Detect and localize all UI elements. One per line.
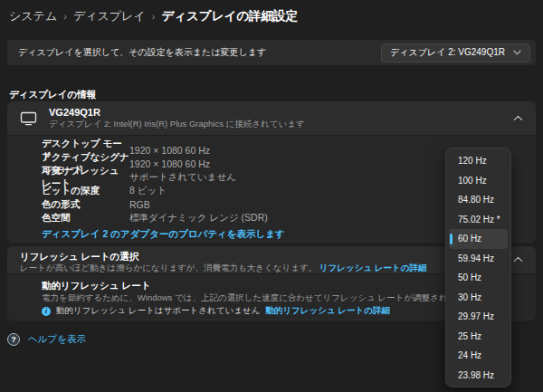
monitor-connection-info: ディスプレイ 2: Intel(R) Iris(R) Plus Graphics… [49, 119, 305, 129]
display-selector-dropdown[interactable]: ディスプレイ 2: VG249Q1R [381, 43, 530, 62]
breadcrumb-item-system[interactable]: システム [9, 8, 57, 24]
rate-option-selected[interactable]: 60 Hz [449, 229, 508, 249]
help-row: ? ヘルプを表示 [7, 333, 86, 346]
rate-option[interactable]: 100 Hz [449, 171, 508, 191]
rate-option[interactable]: 50 Hz [449, 268, 508, 288]
info-icon: i [42, 307, 51, 316]
breadcrumb-item-display[interactable]: ディスプレイ [73, 8, 146, 24]
advanced-display-settings-page: システム › ディスプレイ › ディスプレイの詳細設定 ディスプレイを選択して、… [0, 0, 543, 392]
section-title-display-info: ディスプレイの情報 [9, 89, 96, 101]
property-value: 8 ビット [129, 185, 167, 197]
rate-option[interactable]: 25 Hz [449, 327, 508, 347]
breadcrumb-separator: › [152, 11, 156, 22]
property-value: 標準ダイナミック レンジ (SDR) [129, 212, 268, 225]
rate-option[interactable]: 120 Hz [449, 151, 508, 171]
rate-option-label: 60 Hz [458, 234, 481, 244]
page-title: ディスプレイの詳細設定 [161, 8, 298, 24]
rate-option[interactable]: 24 Hz [449, 346, 508, 366]
refresh-rate-flyout: 120 Hz 100 Hz 84.80 Hz 75.02 Hz * 60 Hz … [445, 148, 511, 387]
display-selector-value: ディスプレイ 2: VG249Q1R [390, 46, 505, 59]
adapter-properties-link[interactable]: ディスプレイ 2 のアダプターのプロパティを表示します [42, 228, 285, 241]
rate-option[interactable]: 29.97 Hz [449, 307, 508, 327]
breadcrumb-separator: › [63, 11, 67, 22]
refresh-rate-learn-more-link[interactable]: リフレッシュ レートの詳細 [319, 263, 427, 272]
refresh-rate-title: リフレッシュ レートの選択 [20, 251, 426, 263]
help-icon: ? [7, 333, 20, 346]
rate-option[interactable]: 23.98 Hz [449, 366, 508, 386]
property-value: 1920 × 1080 60 Hz [129, 145, 210, 156]
monitor-icon [20, 111, 37, 126]
rate-option[interactable]: 84.80 Hz [449, 190, 508, 210]
dynamic-refresh-rate-status: 動的リフレッシュ レートはサポートされていません [56, 305, 260, 317]
property-value: RGB [129, 199, 150, 210]
chevron-up-icon[interactable] [513, 256, 523, 263]
monitor-name: VG249Q1R [49, 107, 305, 119]
chevron-down-icon [513, 50, 521, 55]
display-selector-label: ディスプレイを選択して、その設定を表示または変更します [18, 46, 266, 59]
rate-option[interactable]: 59.94 Hz [449, 249, 508, 269]
property-value: サポートされていません [129, 171, 236, 184]
breadcrumb: システム › ディスプレイ › ディスプレイの詳細設定 [9, 8, 298, 24]
rate-option[interactable]: 30 Hz [449, 288, 508, 308]
display-selector-bar: ディスプレイを選択して、その設定を表示または変更します ディスプレイ 2: VG… [7, 40, 536, 65]
rate-option[interactable]: 75.02 Hz * [449, 210, 508, 230]
property-value: 1920 × 1080 60 Hz [129, 158, 210, 169]
refresh-rate-description: レートが高いほど動きは滑らかになりますが、消費電力も大きくなります。 [20, 263, 317, 272]
chevron-up-icon[interactable] [513, 115, 523, 121]
dynamic-refresh-rate-details-link[interactable]: 動的リフレッシュ レートの詳細 [265, 305, 390, 317]
show-help-link[interactable]: ヘルプを表示 [28, 333, 86, 346]
selection-indicator [450, 234, 452, 244]
property-label: 色の形式 [42, 198, 129, 211]
property-label: 色空間 [42, 212, 129, 225]
display-info-expander-header[interactable]: VG249Q1R ディスプレイ 2: Intel(R) Iris(R) Plus… [7, 101, 536, 135]
property-label: ビットの深度 [42, 185, 129, 197]
